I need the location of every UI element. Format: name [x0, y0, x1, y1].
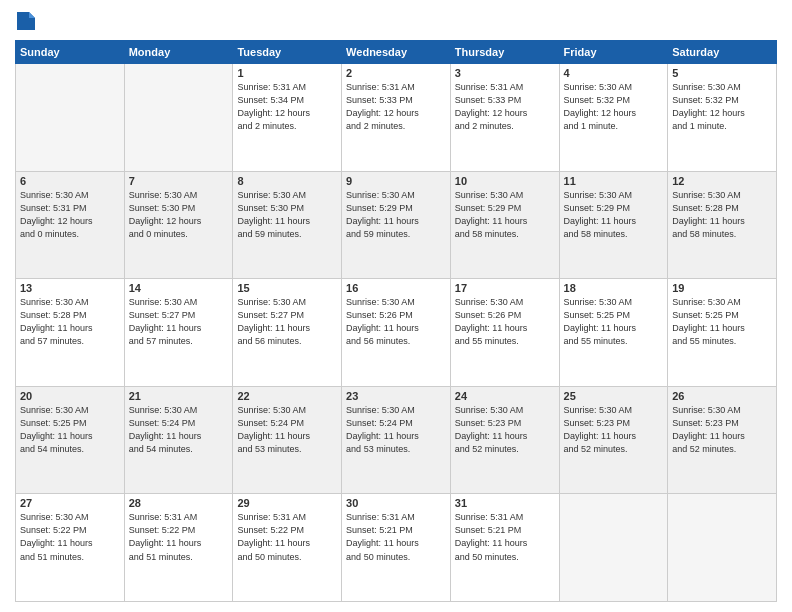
day-number: 2 [346, 67, 446, 79]
day-info: Sunrise: 5:30 AM Sunset: 5:29 PM Dayligh… [455, 189, 555, 241]
day-number: 13 [20, 282, 120, 294]
day-number: 23 [346, 390, 446, 402]
calendar-cell: 18Sunrise: 5:30 AM Sunset: 5:25 PM Dayli… [559, 279, 668, 387]
calendar-cell: 16Sunrise: 5:30 AM Sunset: 5:26 PM Dayli… [342, 279, 451, 387]
day-number: 5 [672, 67, 772, 79]
calendar-cell: 29Sunrise: 5:31 AM Sunset: 5:22 PM Dayli… [233, 494, 342, 602]
day-info: Sunrise: 5:30 AM Sunset: 5:24 PM Dayligh… [129, 404, 229, 456]
day-number: 7 [129, 175, 229, 187]
calendar-cell [668, 494, 777, 602]
day-info: Sunrise: 5:30 AM Sunset: 5:25 PM Dayligh… [672, 296, 772, 348]
day-number: 27 [20, 497, 120, 509]
calendar-cell: 17Sunrise: 5:30 AM Sunset: 5:26 PM Dayli… [450, 279, 559, 387]
day-info: Sunrise: 5:30 AM Sunset: 5:30 PM Dayligh… [237, 189, 337, 241]
day-number: 12 [672, 175, 772, 187]
day-info: Sunrise: 5:30 AM Sunset: 5:23 PM Dayligh… [672, 404, 772, 456]
calendar-cell: 4Sunrise: 5:30 AM Sunset: 5:32 PM Daylig… [559, 64, 668, 172]
calendar-cell: 20Sunrise: 5:30 AM Sunset: 5:25 PM Dayli… [16, 386, 125, 494]
calendar-cell: 1Sunrise: 5:31 AM Sunset: 5:34 PM Daylig… [233, 64, 342, 172]
day-info: Sunrise: 5:31 AM Sunset: 5:33 PM Dayligh… [455, 81, 555, 133]
day-info: Sunrise: 5:30 AM Sunset: 5:29 PM Dayligh… [564, 189, 664, 241]
calendar-table: SundayMondayTuesdayWednesdayThursdayFrid… [15, 40, 777, 602]
calendar-cell: 3Sunrise: 5:31 AM Sunset: 5:33 PM Daylig… [450, 64, 559, 172]
calendar-cell: 30Sunrise: 5:31 AM Sunset: 5:21 PM Dayli… [342, 494, 451, 602]
day-number: 10 [455, 175, 555, 187]
calendar-cell: 25Sunrise: 5:30 AM Sunset: 5:23 PM Dayli… [559, 386, 668, 494]
day-info: Sunrise: 5:30 AM Sunset: 5:25 PM Dayligh… [564, 296, 664, 348]
day-info: Sunrise: 5:30 AM Sunset: 5:23 PM Dayligh… [564, 404, 664, 456]
day-info: Sunrise: 5:30 AM Sunset: 5:32 PM Dayligh… [672, 81, 772, 133]
calendar-cell: 12Sunrise: 5:30 AM Sunset: 5:28 PM Dayli… [668, 171, 777, 279]
week-row-2: 6Sunrise: 5:30 AM Sunset: 5:31 PM Daylig… [16, 171, 777, 279]
day-number: 26 [672, 390, 772, 402]
day-number: 3 [455, 67, 555, 79]
calendar-cell: 10Sunrise: 5:30 AM Sunset: 5:29 PM Dayli… [450, 171, 559, 279]
day-number: 16 [346, 282, 446, 294]
day-number: 11 [564, 175, 664, 187]
day-number: 24 [455, 390, 555, 402]
calendar-cell: 28Sunrise: 5:31 AM Sunset: 5:22 PM Dayli… [124, 494, 233, 602]
day-number: 20 [20, 390, 120, 402]
svg-marker-1 [29, 12, 35, 18]
day-info: Sunrise: 5:30 AM Sunset: 5:23 PM Dayligh… [455, 404, 555, 456]
day-info: Sunrise: 5:31 AM Sunset: 5:21 PM Dayligh… [346, 511, 446, 563]
day-info: Sunrise: 5:30 AM Sunset: 5:29 PM Dayligh… [346, 189, 446, 241]
column-header-sunday: Sunday [16, 41, 125, 64]
day-number: 6 [20, 175, 120, 187]
calendar-cell: 2Sunrise: 5:31 AM Sunset: 5:33 PM Daylig… [342, 64, 451, 172]
week-row-1: 1Sunrise: 5:31 AM Sunset: 5:34 PM Daylig… [16, 64, 777, 172]
day-info: Sunrise: 5:31 AM Sunset: 5:33 PM Dayligh… [346, 81, 446, 133]
header [15, 10, 777, 32]
column-header-tuesday: Tuesday [233, 41, 342, 64]
calendar-cell: 26Sunrise: 5:30 AM Sunset: 5:23 PM Dayli… [668, 386, 777, 494]
day-number: 1 [237, 67, 337, 79]
day-info: Sunrise: 5:30 AM Sunset: 5:31 PM Dayligh… [20, 189, 120, 241]
day-number: 19 [672, 282, 772, 294]
day-number: 30 [346, 497, 446, 509]
day-info: Sunrise: 5:31 AM Sunset: 5:21 PM Dayligh… [455, 511, 555, 563]
day-info: Sunrise: 5:30 AM Sunset: 5:28 PM Dayligh… [20, 296, 120, 348]
day-number: 21 [129, 390, 229, 402]
day-number: 28 [129, 497, 229, 509]
calendar-cell: 13Sunrise: 5:30 AM Sunset: 5:28 PM Dayli… [16, 279, 125, 387]
column-header-friday: Friday [559, 41, 668, 64]
logo-icon [15, 10, 37, 32]
day-number: 8 [237, 175, 337, 187]
calendar-cell [16, 64, 125, 172]
day-number: 9 [346, 175, 446, 187]
calendar-cell: 9Sunrise: 5:30 AM Sunset: 5:29 PM Daylig… [342, 171, 451, 279]
day-info: Sunrise: 5:31 AM Sunset: 5:34 PM Dayligh… [237, 81, 337, 133]
calendar-cell: 14Sunrise: 5:30 AM Sunset: 5:27 PM Dayli… [124, 279, 233, 387]
calendar-cell: 7Sunrise: 5:30 AM Sunset: 5:30 PM Daylig… [124, 171, 233, 279]
day-info: Sunrise: 5:30 AM Sunset: 5:28 PM Dayligh… [672, 189, 772, 241]
day-info: Sunrise: 5:30 AM Sunset: 5:24 PM Dayligh… [346, 404, 446, 456]
column-header-saturday: Saturday [668, 41, 777, 64]
day-number: 22 [237, 390, 337, 402]
day-info: Sunrise: 5:30 AM Sunset: 5:24 PM Dayligh… [237, 404, 337, 456]
day-info: Sunrise: 5:30 AM Sunset: 5:32 PM Dayligh… [564, 81, 664, 133]
calendar-cell: 19Sunrise: 5:30 AM Sunset: 5:25 PM Dayli… [668, 279, 777, 387]
day-info: Sunrise: 5:31 AM Sunset: 5:22 PM Dayligh… [129, 511, 229, 563]
calendar-cell: 15Sunrise: 5:30 AM Sunset: 5:27 PM Dayli… [233, 279, 342, 387]
day-number: 17 [455, 282, 555, 294]
day-number: 31 [455, 497, 555, 509]
day-number: 4 [564, 67, 664, 79]
calendar-cell: 23Sunrise: 5:30 AM Sunset: 5:24 PM Dayli… [342, 386, 451, 494]
calendar-cell: 24Sunrise: 5:30 AM Sunset: 5:23 PM Dayli… [450, 386, 559, 494]
calendar-cell: 21Sunrise: 5:30 AM Sunset: 5:24 PM Dayli… [124, 386, 233, 494]
svg-marker-0 [17, 12, 35, 30]
day-info: Sunrise: 5:30 AM Sunset: 5:26 PM Dayligh… [346, 296, 446, 348]
calendar-header-row: SundayMondayTuesdayWednesdayThursdayFrid… [16, 41, 777, 64]
week-row-5: 27Sunrise: 5:30 AM Sunset: 5:22 PM Dayli… [16, 494, 777, 602]
column-header-wednesday: Wednesday [342, 41, 451, 64]
page: SundayMondayTuesdayWednesdayThursdayFrid… [0, 0, 792, 612]
day-info: Sunrise: 5:31 AM Sunset: 5:22 PM Dayligh… [237, 511, 337, 563]
calendar-cell [124, 64, 233, 172]
day-number: 29 [237, 497, 337, 509]
calendar-cell: 11Sunrise: 5:30 AM Sunset: 5:29 PM Dayli… [559, 171, 668, 279]
day-number: 18 [564, 282, 664, 294]
day-number: 15 [237, 282, 337, 294]
calendar-cell: 6Sunrise: 5:30 AM Sunset: 5:31 PM Daylig… [16, 171, 125, 279]
calendar-cell: 8Sunrise: 5:30 AM Sunset: 5:30 PM Daylig… [233, 171, 342, 279]
calendar-cell: 27Sunrise: 5:30 AM Sunset: 5:22 PM Dayli… [16, 494, 125, 602]
